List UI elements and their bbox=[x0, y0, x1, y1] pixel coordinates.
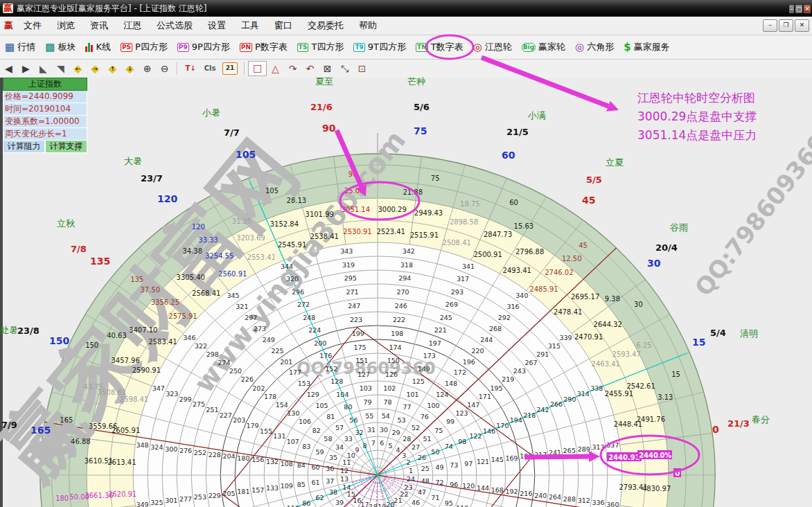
menu-item-0[interactable]: 文件 bbox=[16, 19, 49, 32]
index-info-rows: 价格=2440.9099时间=20190104变换系数=1.00000周天变化步… bbox=[3, 91, 87, 141]
menu-item-9[interactable]: 帮助 bbox=[351, 19, 385, 32]
window-controls: –▢✕ bbox=[789, 3, 812, 14]
menu-item-2[interactable]: 资讯 bbox=[82, 19, 116, 32]
draw-tool-9[interactable]: ⊖ bbox=[156, 61, 173, 76]
mdi-close-button[interactable]: ✕ bbox=[795, 19, 809, 32]
toolbar-item-label: 赢家轮 bbox=[538, 41, 565, 53]
menu-item-3[interactable]: 江恩 bbox=[116, 19, 149, 32]
badge-icon: P9 bbox=[177, 43, 189, 52]
menu-bar: 赢 文件浏览资讯江恩公式选股设置工具窗口交易委托帮助 –❐✕ bbox=[0, 17, 812, 35]
draw-tool-19[interactable]: ⊠ bbox=[319, 61, 336, 76]
draw-tool-15[interactable]: □ bbox=[248, 61, 267, 76]
toolbar-item-5[interactable]: PNP数字表 bbox=[240, 41, 288, 53]
toolbar-item-6[interactable]: TST四方形 bbox=[297, 41, 344, 53]
window-title: 赢家江恩专业版[赢家服务平台] - [上证指数 江恩轮] bbox=[17, 3, 207, 15]
draw-tool-20[interactable]: ⤡ bbox=[336, 61, 353, 76]
menu-item-7[interactable]: 窗口 bbox=[267, 19, 300, 32]
draw-tool-4[interactable]: ◆← bbox=[69, 61, 87, 76]
info-row-2: 变换系数=1.00000 bbox=[3, 116, 87, 128]
drawing-toolbar: ◀▶◣◥◆←◆→◆↑◆↓⊕⊖T↓Cls21□△↷↶⊠⤡⊡ bbox=[0, 60, 812, 78]
draw-tool-11[interactable]: T↓ bbox=[181, 61, 200, 76]
draw-tool-13[interactable]: 21 bbox=[222, 62, 238, 75]
draw-tool-3[interactable]: ◥ bbox=[52, 61, 69, 76]
toolbar-item-1[interactable]: ▩板块 bbox=[45, 41, 76, 53]
badge-icon: TS bbox=[297, 43, 309, 52]
toolbar-item-12[interactable]: $赢家服务 bbox=[624, 41, 669, 53]
draw-tool-5[interactable]: ◆→ bbox=[87, 61, 104, 76]
menu-item-6[interactable]: 工具 bbox=[233, 19, 267, 32]
market-grid-icon: ▦ bbox=[5, 42, 15, 53]
calc-buttons: 计算阻力计算支撑 bbox=[3, 141, 87, 153]
gann-wheel-icon: ◎ bbox=[473, 42, 482, 53]
draw-tool-6[interactable]: ◆↑ bbox=[104, 61, 121, 76]
toolbar-item-label: T四方形 bbox=[311, 41, 344, 53]
toolbar-separator bbox=[177, 62, 177, 75]
app-logo-icon: 赢 bbox=[3, 3, 13, 13]
menu-items: 文件浏览资讯江恩公式选股设置工具窗口交易委托帮助 bbox=[16, 19, 385, 32]
index-name: 上证指数 bbox=[3, 78, 87, 91]
draw-tool-1[interactable]: ▶ bbox=[17, 61, 35, 76]
hexagon-icon: ◎ bbox=[575, 42, 584, 53]
mdi-window-controls: –❐✕ bbox=[763, 19, 811, 32]
close-button[interactable]: ✕ bbox=[804, 5, 811, 13]
toolbar-item-9[interactable]: ◎江恩轮 bbox=[473, 41, 512, 53]
toolbar-item-7[interactable]: T99T四方形 bbox=[353, 41, 406, 53]
toolbar-separator bbox=[244, 62, 245, 75]
maximize-button[interactable]: ▢ bbox=[795, 5, 803, 13]
mdi-minimize-button[interactable]: – bbox=[763, 19, 777, 32]
menu-item-8[interactable]: 交易委托 bbox=[300, 19, 351, 32]
draw-tool-8[interactable]: ⊕ bbox=[139, 61, 156, 76]
winner-wheel-icon: Big bbox=[522, 43, 536, 52]
toolbar-item-4[interactable]: P99P四方形 bbox=[177, 41, 230, 53]
draw-tool-2[interactable]: ◣ bbox=[35, 61, 52, 76]
app-window: { "window": { "title": "赢家江恩专业版[赢家服务平台] … bbox=[0, 0, 812, 507]
menu-logo-icon: 赢 bbox=[4, 19, 13, 32]
draw-tool-12[interactable]: Cls bbox=[200, 61, 220, 76]
toolbar-item-label: 行情 bbox=[17, 41, 35, 53]
index-info-panel: 上证指数 价格=2440.9099时间=20190104变换系数=1.00000… bbox=[3, 78, 87, 153]
toolbar-item-label: 赢家服务 bbox=[634, 41, 670, 53]
toolbar-item-2[interactable]: K线 bbox=[85, 41, 111, 53]
menu-item-5[interactable]: 设置 bbox=[200, 19, 233, 32]
info-row-1: 时间=20190104 bbox=[3, 103, 87, 116]
service-dollar-icon: $ bbox=[624, 42, 630, 53]
info-row-0: 价格=2440.9099 bbox=[3, 91, 87, 103]
badge-icon: TN bbox=[416, 43, 428, 52]
toolbar-item-10[interactable]: Big赢家轮 bbox=[522, 41, 565, 53]
calc-support-button[interactable]: 计算支撑 bbox=[45, 141, 87, 153]
minimize-button[interactable]: – bbox=[789, 5, 794, 13]
toolbar-item-label: P数字表 bbox=[255, 41, 288, 53]
draw-tool-18[interactable]: ↶ bbox=[301, 61, 319, 76]
toolbar-item-3[interactable]: PSP四方形 bbox=[121, 41, 168, 53]
draw-tool-0[interactable]: ◀ bbox=[0, 61, 17, 76]
draw-tool-7[interactable]: ◆↓ bbox=[121, 61, 139, 76]
badge-icon: PN bbox=[240, 43, 252, 52]
main-toolbar: ▦行情▩板块K线PSP四方形P99P四方形PNP数字表TST四方形T99T四方形… bbox=[0, 35, 812, 60]
toolbar-item-label: P四方形 bbox=[135, 41, 168, 53]
draw-tool-16[interactable]: △ bbox=[267, 61, 284, 76]
menu-item-1[interactable]: 浏览 bbox=[49, 19, 82, 32]
toolbar-item-11[interactable]: ◎六角形 bbox=[575, 41, 614, 53]
toolbar-item-label: T数字表 bbox=[431, 41, 464, 53]
toolbar-item-label: 板块 bbox=[58, 41, 76, 53]
toolbar-item-label: 江恩轮 bbox=[485, 41, 512, 53]
toolbar-item-label: 9T四方形 bbox=[368, 41, 406, 53]
toolbar-item-label: 9P四方形 bbox=[192, 41, 230, 53]
mdi-restore-button[interactable]: ❐ bbox=[779, 19, 793, 32]
menu-item-4[interactable]: 公式选股 bbox=[149, 19, 200, 32]
kline-icon bbox=[85, 42, 93, 52]
toolbar-item-8[interactable]: TNT数字表 bbox=[416, 41, 464, 53]
calc-resistance-button[interactable]: 计算阻力 bbox=[3, 141, 45, 153]
info-row-3: 周天变化步长=1 bbox=[3, 128, 87, 141]
badge-icon: T9 bbox=[353, 43, 364, 52]
chart-area[interactable] bbox=[0, 78, 812, 507]
badge-icon: PS bbox=[121, 43, 132, 52]
draw-tool-17[interactable]: ↷ bbox=[284, 61, 301, 76]
title-bar: 赢 赢家江恩专业版[赢家服务平台] - [上证指数 江恩轮] –▢✕ bbox=[0, 0, 812, 17]
toolbar-item-label: 六角形 bbox=[587, 41, 614, 53]
blocks-icon: ▩ bbox=[45, 42, 55, 53]
toolbar-item-0[interactable]: ▦行情 bbox=[5, 41, 35, 53]
toolbar-item-label: K线 bbox=[96, 41, 111, 53]
draw-tool-21[interactable]: ⊡ bbox=[353, 61, 371, 76]
